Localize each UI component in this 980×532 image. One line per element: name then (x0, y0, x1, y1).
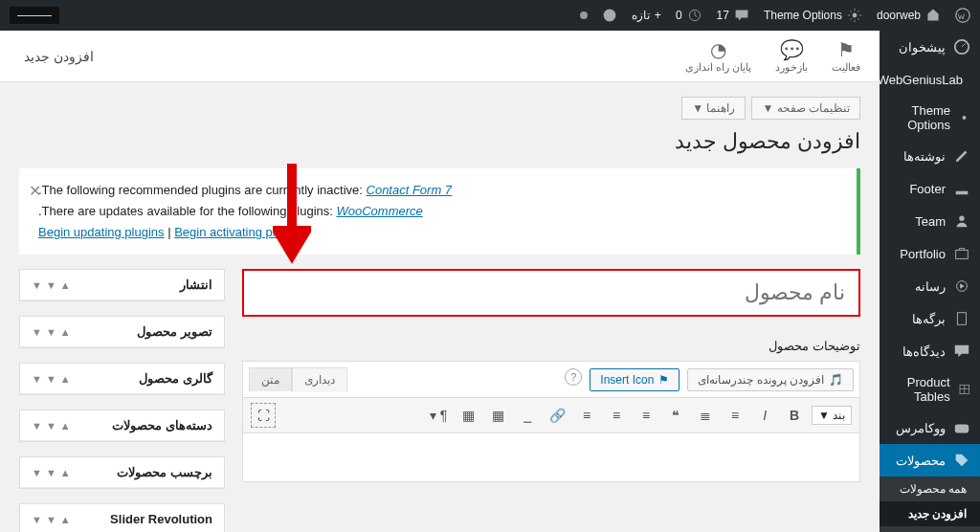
numbered-list-button[interactable]: ≣ (693, 403, 718, 428)
notification-dot[interactable] (580, 11, 588, 19)
align-left-button[interactable]: ≡ (574, 403, 599, 428)
svg-rect-11 (960, 385, 969, 393)
sidebar-item-media[interactable]: رسانه (880, 270, 980, 302)
editor-tab-visual[interactable]: دیداری (292, 367, 347, 392)
svg-point-0 (956, 9, 969, 22)
plugin-notice: .The following recommended plugins are c… (19, 168, 860, 255)
align-right-button[interactable]: ≡ (634, 403, 658, 428)
screen-options-button[interactable]: تنظیمات صفحه ▼ (751, 97, 860, 120)
svg-point-9 (957, 281, 968, 292)
sidebar-item-webgeniuslab[interactable]: WebGeniusLab (880, 63, 980, 96)
help-button[interactable]: راهنما ▼ (681, 97, 746, 120)
new-content[interactable]: + تازه (632, 9, 661, 22)
admin-sidebar: پیشخوان WebGeniusLab Theme Options نوشته… (880, 31, 980, 532)
kitchen-sink-button[interactable]: ¶ ▾ (426, 403, 451, 428)
notice-dismiss-icon[interactable]: ✕ (29, 178, 41, 204)
metabox-product-tags-header[interactable]: برچسب محصولات ▲▼▼ (20, 457, 224, 488)
sidebar-sub-add-new[interactable]: افزودن جدید (880, 501, 980, 526)
sidebar-item-team[interactable]: Team (880, 205, 980, 237)
top-tab-setup[interactable]: ◔پایان راه اندازی (685, 38, 751, 74)
page-title: افزودن محصول جدید (19, 129, 860, 154)
notice-link-woo[interactable]: WooCommerce (336, 204, 422, 218)
admin-bar: doorweb Theme Options 17 0 + تازه ——— (0, 0, 980, 31)
link-button[interactable]: 🔗 (545, 403, 569, 428)
profile-menu[interactable]: ——— (10, 7, 59, 24)
add-media-button[interactable]: 🎵افزودن پرونده چندرسانه‌ای (687, 368, 854, 391)
editor-textarea[interactable] (243, 433, 859, 481)
yoast-icon[interactable] (602, 8, 617, 23)
sidebar-item-theme-options[interactable]: Theme Options (880, 96, 980, 140)
metabox-product-categories: دسته‌های محصولات ▲▼▼ (19, 410, 225, 442)
svg-point-2 (603, 10, 615, 22)
quote-button[interactable]: ❝ (663, 403, 688, 428)
svg-point-7 (959, 216, 964, 221)
top-tab-activity[interactable]: ⚑فعالیت (832, 38, 860, 74)
sidebar-sub-categories[interactable]: دسته‌بندی‌ها (880, 526, 980, 532)
top-tab-feedback[interactable]: 💬بازخورد (775, 38, 808, 74)
description-editor: 🎵افزودن پرونده چندرسانه‌ای ⚑Insert Icon … (242, 361, 860, 482)
sidebar-item-woocommerce[interactable]: ووکامرس (880, 411, 980, 444)
theme-options-link[interactable]: Theme Options (764, 8, 862, 23)
sidebar-item-comments[interactable]: دیدگاه‌ها (880, 335, 980, 367)
svg-point-4 (955, 40, 969, 54)
metabox-publish: انتشار ▲▼▼ (19, 269, 225, 301)
sidebar-item-portfolio[interactable]: Portfolio (880, 237, 980, 270)
insert-icon-button[interactable]: ⚑Insert Icon (590, 368, 679, 391)
annotation-arrow (273, 164, 311, 272)
svg-point-1 (853, 13, 858, 18)
bold-button[interactable]: B (782, 403, 807, 428)
sidebar-item-products[interactable]: محصولات (880, 444, 980, 477)
notice-link-update-plugins[interactable]: Begin updating plugins (38, 225, 165, 239)
svg-rect-6 (956, 191, 969, 195)
metabox-product-tags: برچسب محصولات ▲▼▼ (19, 456, 225, 489)
product-title-input[interactable] (242, 269, 860, 317)
fullscreen-button[interactable]: ⛶ (251, 403, 276, 428)
metabox-slider-revolution-header[interactable]: Slider Revolution ▲▼▼ (20, 504, 224, 532)
metabox-publish-header[interactable]: انتشار ▲▼▼ (20, 270, 224, 300)
table-button[interactable]: ▦ (456, 403, 480, 428)
editor-tab-text[interactable]: متن (249, 367, 292, 391)
sidebar-item-footer[interactable]: Footer (880, 172, 980, 205)
editor-help-icon[interactable]: ? (565, 368, 582, 386)
metabox-product-gallery-header[interactable]: گالری محصول ▲▼▼ (20, 364, 224, 394)
svg-point-5 (963, 116, 967, 120)
paragraph-dropdown[interactable]: بند▼ (812, 406, 852, 425)
bullet-list-button[interactable]: ≡ (723, 403, 747, 428)
sidebar-item-posts[interactable]: نوشته‌ها (880, 140, 980, 172)
top-breadcrumb-title: افزودن جدید (19, 49, 94, 64)
sidebar-item-dashboard[interactable]: پیشخوان (880, 31, 980, 63)
italic-button[interactable]: I (752, 403, 777, 428)
svg-rect-10 (958, 313, 967, 325)
metabox-slider-revolution: Slider Revolution ▲▼▼ (19, 503, 225, 532)
metabox-product-image: تصویر محصول ▲▼▼ (19, 316, 225, 348)
toolbar-toggle-button[interactable]: ▦ (485, 403, 510, 428)
sidebar-item-pages[interactable]: برگه‌ها (880, 302, 980, 335)
description-label: توضیحات محصول (242, 331, 860, 361)
site-name[interactable]: doorweb (877, 8, 941, 23)
more-button[interactable]: ⎯ (515, 403, 540, 428)
sidebar-item-product-tables[interactable]: Product Tables (880, 367, 980, 411)
top-wizard-bar: ⚑فعالیت 💬بازخورد ◔پایان راه اندازی افزود… (0, 31, 880, 82)
metabox-product-gallery: گالری محصول ▲▼▼ (19, 363, 225, 395)
notice-link-cf7[interactable]: Contact Form 7 (367, 183, 453, 197)
sidebar-sub-all-products[interactable]: همه محصولات (880, 477, 980, 501)
svg-rect-8 (956, 250, 969, 258)
metabox-product-categories-header[interactable]: دسته‌های محصولات ▲▼▼ (20, 410, 224, 441)
metabox-product-image-header[interactable]: تصویر محصول ▲▼▼ (20, 317, 224, 347)
align-center-button[interactable]: ≡ (604, 403, 629, 428)
svg-point-3 (580, 11, 588, 19)
comments-count[interactable]: 17 (717, 8, 749, 23)
wp-logo[interactable] (955, 8, 970, 23)
svg-rect-12 (955, 424, 969, 432)
updates-count[interactable]: 0 (676, 8, 702, 23)
